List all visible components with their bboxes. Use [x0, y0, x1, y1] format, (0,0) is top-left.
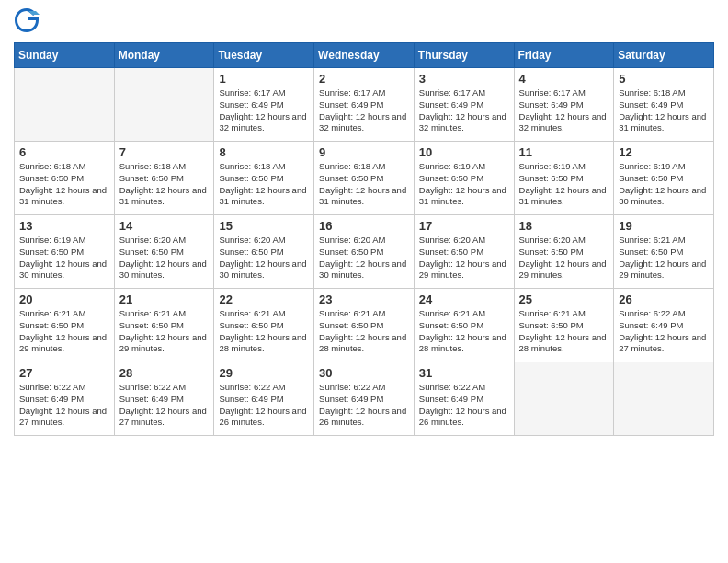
- day-info: Sunrise: 6:18 AM Sunset: 6:49 PM Dayligh…: [619, 87, 709, 134]
- calendar-day-cell: [614, 362, 714, 436]
- day-info: Sunrise: 6:19 AM Sunset: 6:50 PM Dayligh…: [419, 161, 509, 208]
- day-number: 21: [119, 293, 210, 306]
- calendar-table: SundayMondayTuesdayWednesdayThursdayFrid…: [14, 42, 714, 436]
- day-number: 19: [619, 219, 709, 233]
- calendar-header-row: SundayMondayTuesdayWednesdayThursdayFrid…: [15, 43, 714, 68]
- day-number: 4: [519, 72, 609, 86]
- calendar-week-row: 1Sunrise: 6:17 AM Sunset: 6:49 PM Daylig…: [15, 68, 714, 142]
- logo: [14, 9, 43, 35]
- day-info: Sunrise: 6:22 AM Sunset: 6:49 PM Dayligh…: [219, 382, 309, 429]
- day-number: 18: [519, 219, 609, 233]
- day-info: Sunrise: 6:20 AM Sunset: 6:50 PM Dayligh…: [519, 235, 609, 282]
- calendar-week-row: 27Sunrise: 6:22 AM Sunset: 6:49 PM Dayli…: [15, 362, 714, 436]
- day-number: 24: [419, 293, 509, 306]
- calendar-day-cell: 20Sunrise: 6:21 AM Sunset: 6:50 PM Dayli…: [15, 289, 115, 362]
- day-number: 26: [619, 293, 709, 306]
- calendar-day-header: Friday: [514, 43, 614, 68]
- calendar-day-cell: 15Sunrise: 6:20 AM Sunset: 6:50 PM Dayli…: [214, 215, 314, 289]
- day-info: Sunrise: 6:22 AM Sunset: 6:49 PM Dayligh…: [19, 382, 109, 429]
- day-info: Sunrise: 6:21 AM Sunset: 6:50 PM Dayligh…: [419, 308, 509, 355]
- day-info: Sunrise: 6:20 AM Sunset: 6:50 PM Dayligh…: [419, 235, 509, 282]
- day-number: 15: [219, 219, 309, 233]
- day-info: Sunrise: 6:21 AM Sunset: 6:50 PM Dayligh…: [619, 235, 709, 282]
- day-number: 12: [619, 145, 709, 159]
- day-info: Sunrise: 6:19 AM Sunset: 6:50 PM Dayligh…: [519, 161, 609, 208]
- day-info: Sunrise: 6:20 AM Sunset: 6:50 PM Dayligh…: [219, 235, 309, 282]
- day-info: Sunrise: 6:18 AM Sunset: 6:50 PM Dayligh…: [219, 161, 309, 208]
- day-info: Sunrise: 6:21 AM Sunset: 6:50 PM Dayligh…: [119, 308, 210, 355]
- day-info: Sunrise: 6:20 AM Sunset: 6:50 PM Dayligh…: [119, 235, 210, 282]
- day-info: Sunrise: 6:21 AM Sunset: 6:50 PM Dayligh…: [19, 308, 109, 355]
- day-number: 28: [119, 366, 210, 380]
- day-number: 30: [319, 366, 409, 380]
- calendar-week-row: 13Sunrise: 6:19 AM Sunset: 6:50 PM Dayli…: [15, 215, 714, 289]
- day-info: Sunrise: 6:17 AM Sunset: 6:49 PM Dayligh…: [319, 87, 409, 134]
- calendar-week-row: 6Sunrise: 6:18 AM Sunset: 6:50 PM Daylig…: [15, 142, 714, 215]
- day-info: Sunrise: 6:22 AM Sunset: 6:49 PM Dayligh…: [119, 382, 210, 429]
- day-number: 9: [319, 145, 409, 159]
- calendar-day-cell: 9Sunrise: 6:18 AM Sunset: 6:50 PM Daylig…: [314, 142, 415, 215]
- calendar-day-cell: [15, 68, 115, 142]
- day-number: 2: [319, 72, 409, 86]
- day-number: 29: [219, 366, 309, 380]
- day-info: Sunrise: 6:20 AM Sunset: 6:50 PM Dayligh…: [319, 235, 409, 282]
- calendar-day-cell: 16Sunrise: 6:20 AM Sunset: 6:50 PM Dayli…: [314, 215, 415, 289]
- calendar-day-cell: 6Sunrise: 6:18 AM Sunset: 6:50 PM Daylig…: [15, 142, 115, 215]
- calendar-day-header: Wednesday: [314, 43, 415, 68]
- day-number: 22: [219, 293, 309, 306]
- day-number: 5: [619, 72, 709, 86]
- calendar-day-cell: 4Sunrise: 6:17 AM Sunset: 6:49 PM Daylig…: [514, 68, 614, 142]
- calendar-day-cell: [114, 68, 214, 142]
- calendar-day-cell: 11Sunrise: 6:19 AM Sunset: 6:50 PM Dayli…: [514, 142, 614, 215]
- day-number: 6: [19, 145, 109, 159]
- day-number: 17: [419, 219, 509, 233]
- calendar-day-cell: 25Sunrise: 6:21 AM Sunset: 6:50 PM Dayli…: [514, 289, 614, 362]
- calendar-day-cell: 10Sunrise: 6:19 AM Sunset: 6:50 PM Dayli…: [414, 142, 514, 215]
- day-number: 1: [219, 72, 309, 86]
- calendar-day-cell: 14Sunrise: 6:20 AM Sunset: 6:50 PM Dayli…: [114, 215, 214, 289]
- day-number: 27: [19, 366, 109, 380]
- day-number: 31: [419, 366, 509, 380]
- calendar-day-cell: 5Sunrise: 6:18 AM Sunset: 6:49 PM Daylig…: [614, 68, 714, 142]
- calendar-day-cell: 3Sunrise: 6:17 AM Sunset: 6:49 PM Daylig…: [414, 68, 514, 142]
- day-number: 16: [319, 219, 409, 233]
- calendar-day-cell: 8Sunrise: 6:18 AM Sunset: 6:50 PM Daylig…: [214, 142, 314, 215]
- page: SundayMondayTuesdayWednesdayThursdayFrid…: [0, 0, 728, 450]
- day-info: Sunrise: 6:19 AM Sunset: 6:50 PM Dayligh…: [619, 161, 709, 208]
- calendar-week-row: 20Sunrise: 6:21 AM Sunset: 6:50 PM Dayli…: [15, 289, 714, 362]
- day-info: Sunrise: 6:21 AM Sunset: 6:50 PM Dayligh…: [319, 308, 409, 355]
- day-info: Sunrise: 6:22 AM Sunset: 6:49 PM Dayligh…: [319, 382, 409, 429]
- calendar-day-cell: 30Sunrise: 6:22 AM Sunset: 6:49 PM Dayli…: [314, 362, 415, 436]
- calendar-day-cell: 2Sunrise: 6:17 AM Sunset: 6:49 PM Daylig…: [314, 68, 415, 142]
- day-number: 10: [419, 145, 509, 159]
- day-number: 14: [119, 219, 210, 233]
- day-number: 25: [519, 293, 609, 306]
- day-info: Sunrise: 6:17 AM Sunset: 6:49 PM Dayligh…: [519, 87, 609, 134]
- calendar-day-header: Monday: [114, 43, 214, 68]
- day-number: 3: [419, 72, 509, 86]
- calendar-day-header: Thursday: [414, 43, 514, 68]
- calendar-day-cell: [514, 362, 614, 436]
- calendar-day-cell: 24Sunrise: 6:21 AM Sunset: 6:50 PM Dayli…: [414, 289, 514, 362]
- calendar-day-cell: 12Sunrise: 6:19 AM Sunset: 6:50 PM Dayli…: [614, 142, 714, 215]
- day-info: Sunrise: 6:21 AM Sunset: 6:50 PM Dayligh…: [219, 308, 309, 355]
- calendar-day-header: Sunday: [15, 43, 115, 68]
- day-number: 7: [119, 145, 210, 159]
- day-info: Sunrise: 6:22 AM Sunset: 6:49 PM Dayligh…: [419, 382, 509, 429]
- day-number: 11: [519, 145, 609, 159]
- day-info: Sunrise: 6:22 AM Sunset: 6:49 PM Dayligh…: [619, 308, 709, 355]
- day-number: 13: [19, 219, 109, 233]
- header: [14, 9, 714, 35]
- day-info: Sunrise: 6:18 AM Sunset: 6:50 PM Dayligh…: [119, 161, 210, 208]
- calendar-day-cell: 22Sunrise: 6:21 AM Sunset: 6:50 PM Dayli…: [214, 289, 314, 362]
- calendar-day-cell: 21Sunrise: 6:21 AM Sunset: 6:50 PM Dayli…: [114, 289, 214, 362]
- day-number: 23: [319, 293, 409, 306]
- calendar-day-cell: 17Sunrise: 6:20 AM Sunset: 6:50 PM Dayli…: [414, 215, 514, 289]
- logo-icon: [14, 7, 40, 33]
- calendar-day-cell: 13Sunrise: 6:19 AM Sunset: 6:50 PM Dayli…: [15, 215, 115, 289]
- calendar-day-cell: 28Sunrise: 6:22 AM Sunset: 6:49 PM Dayli…: [114, 362, 214, 436]
- day-number: 8: [219, 145, 309, 159]
- calendar-day-cell: 31Sunrise: 6:22 AM Sunset: 6:49 PM Dayli…: [414, 362, 514, 436]
- calendar-day-cell: 19Sunrise: 6:21 AM Sunset: 6:50 PM Dayli…: [614, 215, 714, 289]
- day-info: Sunrise: 6:17 AM Sunset: 6:49 PM Dayligh…: [219, 87, 309, 134]
